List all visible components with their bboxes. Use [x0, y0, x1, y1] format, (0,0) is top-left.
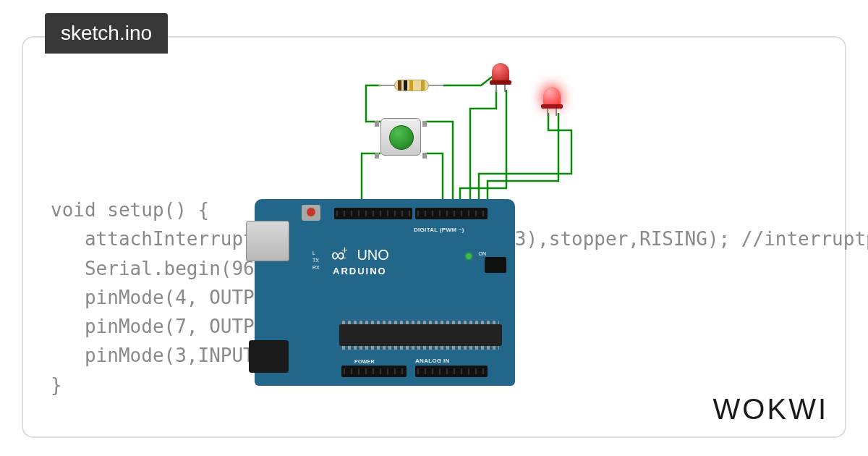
code-line: }	[51, 374, 62, 396]
arduino-uno-board[interactable]: ON L TX RX ∞+− UNO ARDUINO DIGITAL (PWM …	[255, 199, 515, 386]
rx-label: RX	[312, 264, 320, 271]
led-leg	[504, 85, 506, 92]
digital-header-left[interactable]	[334, 208, 412, 219]
resistor-band	[404, 80, 407, 90]
board-model: UNO	[357, 247, 388, 263]
push-button[interactable]	[375, 112, 427, 161]
resistor-lead	[378, 85, 396, 86]
file-tab[interactable]: sketch.ino	[45, 13, 168, 54]
code-line: void setup() {	[51, 199, 209, 221]
digital-header-right[interactable]	[415, 208, 488, 219]
resistor-band	[421, 80, 425, 90]
resistor-body	[394, 80, 429, 91]
icsp-header	[485, 257, 506, 273]
button-pin	[375, 121, 379, 127]
usb-port	[246, 221, 289, 261]
analog-header[interactable]	[415, 366, 488, 377]
power-on-led	[466, 253, 472, 259]
analog-section-label: ANALOG IN	[415, 358, 450, 364]
led-dome	[543, 87, 561, 106]
led-leg	[495, 85, 497, 92]
button-cap	[389, 125, 414, 150]
digital-section-label: DIGITAL (PWM ~)	[414, 227, 464, 233]
resistor-band	[409, 80, 413, 90]
circuit-canvas[interactable]: ON L TX RX ∞+− UNO ARDUINO DIGITAL (PWM …	[239, 65, 673, 369]
l-label: L	[312, 250, 320, 257]
on-label: ON	[479, 251, 487, 256]
atmega-chip	[339, 324, 502, 346]
button-pin	[422, 121, 427, 127]
tx-label: TX	[312, 257, 320, 264]
power-header[interactable]	[341, 366, 407, 377]
button-pin	[422, 153, 427, 159]
board-logo: ∞+− UNO	[331, 244, 389, 266]
reset-button[interactable]	[302, 205, 320, 221]
led-base	[541, 104, 563, 109]
power-section-label: POWER	[354, 359, 375, 364]
led-leg	[556, 109, 557, 116]
led-base	[490, 80, 511, 85]
button-pin	[375, 153, 379, 159]
led-dome	[492, 63, 509, 82]
resistor[interactable]	[378, 78, 443, 93]
resistor-band	[398, 80, 401, 90]
power-jack	[249, 340, 289, 373]
led-red-1[interactable]	[490, 63, 511, 92]
txrx-labels: L TX RX	[312, 250, 320, 271]
led-red-2-lit[interactable]	[541, 87, 563, 116]
wokwi-brand: WOKWI	[713, 393, 828, 426]
led-leg	[547, 109, 548, 116]
board-name: ARDUINO	[333, 266, 387, 276]
